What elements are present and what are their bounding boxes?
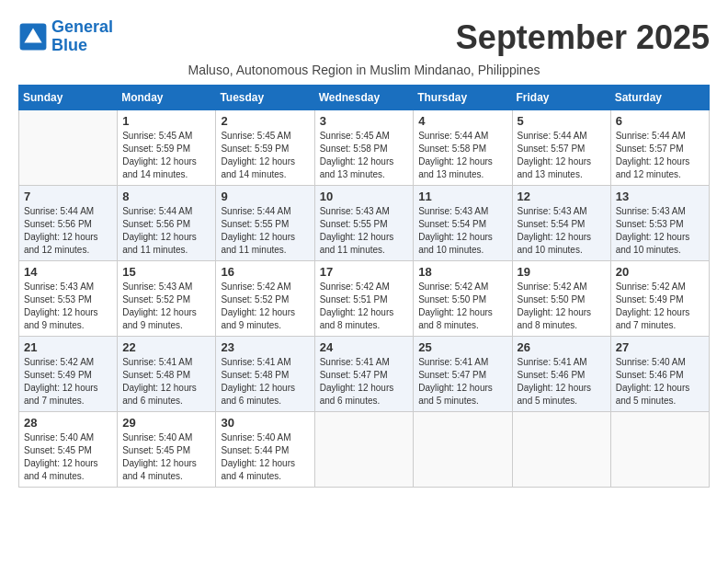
day-number: 11: [418, 190, 506, 203]
day-info: Sunrise: 5:45 AM Sunset: 5:59 PM Dayligh…: [221, 130, 309, 181]
calendar-week-row: 14Sunrise: 5:43 AM Sunset: 5:53 PM Dayli…: [19, 261, 710, 337]
day-number: 29: [122, 416, 210, 430]
day-info: Sunrise: 5:43 AM Sunset: 5:53 PM Dayligh…: [24, 281, 112, 332]
day-number: 10: [320, 190, 409, 203]
day-info: Sunrise: 5:45 AM Sunset: 5:58 PM Dayligh…: [320, 130, 409, 181]
calendar-cell: 25Sunrise: 5:41 AM Sunset: 5:47 PM Dayli…: [414, 337, 512, 412]
calendar-cell: 18Sunrise: 5:42 AM Sunset: 5:50 PM Dayli…: [414, 261, 512, 337]
day-info: Sunrise: 5:44 AM Sunset: 5:56 PM Dayligh…: [24, 205, 112, 257]
calendar-week-row: 7Sunrise: 5:44 AM Sunset: 5:56 PM Daylig…: [19, 186, 710, 261]
calendar-cell: 28Sunrise: 5:40 AM Sunset: 5:45 PM Dayli…: [19, 412, 118, 488]
calendar-cell: 7Sunrise: 5:44 AM Sunset: 5:56 PM Daylig…: [19, 186, 118, 261]
day-number: 1: [122, 114, 210, 128]
day-info: Sunrise: 5:40 AM Sunset: 5:45 PM Dayligh…: [122, 431, 210, 483]
calendar-week-row: 28Sunrise: 5:40 AM Sunset: 5:45 PM Dayli…: [19, 412, 710, 488]
calendar-cell: 16Sunrise: 5:42 AM Sunset: 5:52 PM Dayli…: [216, 261, 314, 337]
calendar-cell: 19Sunrise: 5:42 AM Sunset: 5:50 PM Dayli…: [512, 261, 610, 337]
weekday-header: Wednesday: [314, 86, 414, 110]
day-number: 28: [24, 416, 112, 430]
day-info: Sunrise: 5:44 AM Sunset: 5:56 PM Dayligh…: [122, 205, 210, 257]
day-number: 22: [122, 340, 210, 354]
day-info: Sunrise: 5:44 AM Sunset: 5:57 PM Dayligh…: [616, 130, 704, 181]
calendar-cell: 9Sunrise: 5:44 AM Sunset: 5:55 PM Daylig…: [216, 186, 314, 261]
day-info: Sunrise: 5:43 AM Sunset: 5:55 PM Dayligh…: [320, 205, 409, 257]
weekday-header-row: SundayMondayTuesdayWednesdayThursdayFrid…: [19, 86, 710, 110]
calendar-cell: [610, 412, 709, 488]
day-number: 15: [122, 265, 210, 279]
weekday-header: Tuesday: [216, 86, 314, 110]
logo: General Blue: [18, 18, 113, 55]
calendar-cell: 5Sunrise: 5:44 AM Sunset: 5:57 PM Daylig…: [512, 110, 610, 186]
day-number: 14: [24, 265, 112, 279]
day-number: 21: [24, 340, 112, 354]
day-number: 18: [418, 265, 506, 279]
logo-line2: Blue: [51, 36, 87, 54]
day-number: 4: [418, 114, 506, 128]
calendar-week-row: 21Sunrise: 5:42 AM Sunset: 5:49 PM Dayli…: [19, 337, 710, 412]
day-number: 16: [221, 265, 309, 279]
day-info: Sunrise: 5:40 AM Sunset: 5:44 PM Dayligh…: [221, 431, 309, 483]
logo-icon: [18, 22, 48, 52]
day-info: Sunrise: 5:41 AM Sunset: 5:47 PM Dayligh…: [418, 356, 506, 408]
day-number: 26: [518, 340, 606, 354]
month-title: September 2025: [456, 18, 710, 57]
day-number: 6: [616, 114, 704, 128]
day-info: Sunrise: 5:41 AM Sunset: 5:47 PM Dayligh…: [320, 356, 409, 408]
day-info: Sunrise: 5:42 AM Sunset: 5:51 PM Dayligh…: [320, 281, 409, 332]
day-info: Sunrise: 5:41 AM Sunset: 5:48 PM Dayligh…: [122, 356, 210, 408]
calendar-cell: 20Sunrise: 5:42 AM Sunset: 5:49 PM Dayli…: [610, 261, 709, 337]
day-number: 7: [24, 190, 112, 203]
calendar-cell: 23Sunrise: 5:41 AM Sunset: 5:48 PM Dayli…: [216, 337, 314, 412]
day-number: 9: [221, 190, 309, 203]
day-number: 25: [418, 340, 506, 354]
calendar-cell: 17Sunrise: 5:42 AM Sunset: 5:51 PM Dayli…: [314, 261, 414, 337]
day-info: Sunrise: 5:42 AM Sunset: 5:49 PM Dayligh…: [616, 281, 704, 332]
weekday-header: Thursday: [414, 86, 512, 110]
day-info: Sunrise: 5:42 AM Sunset: 5:52 PM Dayligh…: [221, 281, 309, 332]
calendar-cell: [512, 412, 610, 488]
day-info: Sunrise: 5:43 AM Sunset: 5:54 PM Dayligh…: [418, 205, 506, 257]
calendar-cell: [414, 412, 512, 488]
day-info: Sunrise: 5:40 AM Sunset: 5:46 PM Dayligh…: [616, 356, 704, 408]
day-info: Sunrise: 5:42 AM Sunset: 5:50 PM Dayligh…: [418, 281, 506, 332]
day-number: 24: [320, 340, 409, 354]
day-info: Sunrise: 5:44 AM Sunset: 5:55 PM Dayligh…: [221, 205, 309, 257]
calendar-cell: 30Sunrise: 5:40 AM Sunset: 5:44 PM Dayli…: [216, 412, 314, 488]
calendar-cell: 10Sunrise: 5:43 AM Sunset: 5:55 PM Dayli…: [314, 186, 414, 261]
weekday-header: Friday: [512, 86, 610, 110]
day-info: Sunrise: 5:44 AM Sunset: 5:57 PM Dayligh…: [518, 130, 606, 181]
day-info: Sunrise: 5:44 AM Sunset: 5:58 PM Dayligh…: [418, 130, 506, 181]
weekday-header: Sunday: [19, 86, 118, 110]
calendar-cell: 22Sunrise: 5:41 AM Sunset: 5:48 PM Dayli…: [118, 337, 216, 412]
calendar-cell: [314, 412, 414, 488]
day-info: Sunrise: 5:40 AM Sunset: 5:45 PM Dayligh…: [24, 431, 112, 483]
day-number: 8: [122, 190, 210, 203]
day-info: Sunrise: 5:41 AM Sunset: 5:46 PM Dayligh…: [518, 356, 606, 408]
day-number: 20: [616, 265, 704, 279]
subtitle: Maluso, Autonomous Region in Muslim Mind…: [18, 63, 710, 77]
calendar-cell: 6Sunrise: 5:44 AM Sunset: 5:57 PM Daylig…: [610, 110, 709, 186]
day-info: Sunrise: 5:43 AM Sunset: 5:52 PM Dayligh…: [122, 281, 210, 332]
calendar-cell: [19, 110, 118, 186]
day-number: 23: [221, 340, 309, 354]
calendar-cell: 26Sunrise: 5:41 AM Sunset: 5:46 PM Dayli…: [512, 337, 610, 412]
calendar-cell: 13Sunrise: 5:43 AM Sunset: 5:53 PM Dayli…: [610, 186, 709, 261]
calendar-cell: 2Sunrise: 5:45 AM Sunset: 5:59 PM Daylig…: [216, 110, 314, 186]
header: General Blue September 2025: [18, 18, 710, 57]
calendar-cell: 3Sunrise: 5:45 AM Sunset: 5:58 PM Daylig…: [314, 110, 414, 186]
day-info: Sunrise: 5:45 AM Sunset: 5:59 PM Dayligh…: [122, 130, 210, 181]
day-number: 2: [221, 114, 309, 128]
day-number: 5: [518, 114, 606, 128]
day-info: Sunrise: 5:42 AM Sunset: 5:50 PM Dayligh…: [518, 281, 606, 332]
day-info: Sunrise: 5:43 AM Sunset: 5:54 PM Dayligh…: [518, 205, 606, 257]
logo-line1: General: [51, 17, 113, 36]
weekday-header: Saturday: [610, 86, 709, 110]
calendar-week-row: 1Sunrise: 5:45 AM Sunset: 5:59 PM Daylig…: [19, 110, 710, 186]
calendar-cell: 15Sunrise: 5:43 AM Sunset: 5:52 PM Dayli…: [118, 261, 216, 337]
day-number: 19: [518, 265, 606, 279]
day-number: 30: [221, 416, 309, 430]
day-info: Sunrise: 5:42 AM Sunset: 5:49 PM Dayligh…: [24, 356, 112, 408]
day-number: 17: [320, 265, 409, 279]
calendar-cell: 14Sunrise: 5:43 AM Sunset: 5:53 PM Dayli…: [19, 261, 118, 337]
calendar-cell: 8Sunrise: 5:44 AM Sunset: 5:56 PM Daylig…: [118, 186, 216, 261]
